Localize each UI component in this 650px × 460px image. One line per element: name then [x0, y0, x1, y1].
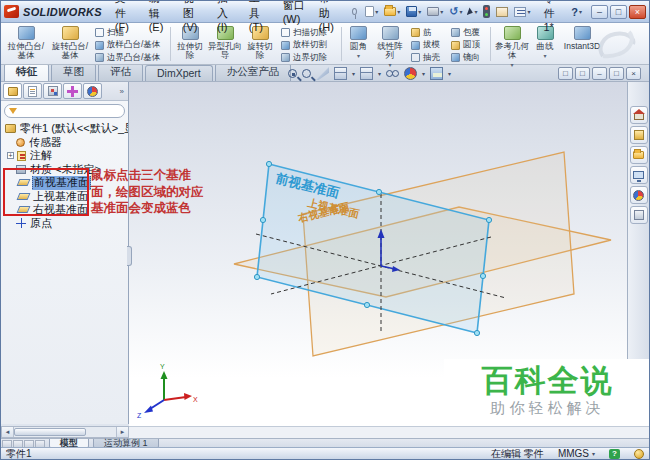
minimize-button[interactable]: –	[591, 5, 608, 19]
tab-features[interactable]: 特征	[4, 63, 49, 81]
doc-restore-button[interactable]: □	[558, 67, 573, 80]
rib-button[interactable]: 筋	[409, 27, 447, 38]
save-button[interactable]: ▾	[404, 5, 423, 18]
select-button[interactable]: ▾	[466, 7, 479, 17]
propertymanager-tab[interactable]	[23, 83, 42, 99]
draft-button[interactable]: 拔模	[409, 40, 447, 51]
filter-funnel-icon	[9, 108, 17, 114]
taskpane-file-explorer-button[interactable]	[630, 146, 648, 164]
save-icon	[406, 6, 417, 17]
panel-splitter-handle[interactable]	[127, 246, 132, 266]
panel-tab-bar: »	[1, 82, 128, 101]
help-button[interactable]: ?▾	[569, 5, 584, 19]
menu-window[interactable]: 窗口(W)	[277, 0, 312, 27]
origin-icon	[16, 218, 26, 228]
units-dropdown[interactable]: MMGS ▾	[558, 448, 595, 459]
maximize-button[interactable]: □	[610, 5, 627, 19]
caret-down-icon: ▾	[474, 9, 477, 15]
pin-icon[interactable]	[352, 8, 357, 15]
mirror-button[interactable]: 镜向	[449, 52, 487, 63]
button-label: 曲线	[537, 41, 554, 51]
status-help-icon[interactable]: ?	[609, 449, 620, 459]
doc-tile-button[interactable]: □	[575, 67, 590, 80]
shell-button[interactable]: 抽壳	[409, 52, 447, 63]
menu-file[interactable]: 文件(F)	[109, 0, 142, 35]
reference-triad: Y X Z	[137, 363, 198, 419]
menu-insert[interactable]: 插入(I)	[211, 0, 242, 35]
wrap-button[interactable]: 包覆	[449, 27, 487, 38]
menu-edit[interactable]: 编辑(E)	[143, 0, 176, 35]
extruded-boss-button[interactable]: 拉伸凸台/基体	[5, 25, 47, 63]
print-button[interactable]: ▾	[425, 6, 445, 17]
display-style-icon[interactable]	[360, 67, 373, 80]
options-button[interactable]	[494, 6, 510, 18]
quick-access-toolbar: ▾ ▾ ▾ ▾ ↺▾ ▾ ▾	[363, 4, 532, 19]
lofted-boss-button[interactable]: 放样凸台/基体	[93, 40, 167, 51]
configurationmanager-tab[interactable]	[43, 83, 62, 99]
featuremanager-tab[interactable]	[3, 83, 22, 99]
taskpane-appearances-button[interactable]	[630, 186, 648, 204]
menu-tools[interactable]: 工具(T)	[243, 0, 276, 35]
taskpane-design-library-button[interactable]	[630, 126, 648, 144]
tree-item-origin[interactable]: 原点	[1, 217, 128, 231]
scroll-left-button[interactable]: ◄	[2, 427, 14, 437]
open-button[interactable]: ▾	[382, 6, 402, 17]
caret-down-icon: ▾	[418, 9, 421, 15]
chevron-more-icon[interactable]: »	[120, 87, 126, 96]
edit-appearance-icon[interactable]	[404, 67, 417, 80]
expand-plus-icon[interactable]: +	[7, 152, 14, 159]
reference-geometry-button[interactable]: 参考几何体 ▾	[494, 25, 530, 63]
doc-minimize-button[interactable]: –	[592, 67, 607, 80]
filter-input[interactable]	[20, 106, 110, 116]
dimxpertmanager-tab[interactable]	[63, 83, 82, 99]
doc-close-button[interactable]: ×	[626, 67, 641, 80]
file-properties-button[interactable]: ▾	[512, 6, 532, 18]
caret-down-icon[interactable]: ▾	[352, 71, 355, 77]
undo-icon: ↺	[449, 6, 458, 17]
menu-help[interactable]: 帮助(H)	[313, 0, 347, 35]
heads-up-view-toolbar: ▾ ▾ ▾ ▾	[288, 67, 451, 80]
caret-down-icon[interactable]: ▾	[422, 71, 425, 77]
tree-item-sensors[interactable]: 传感器	[1, 136, 128, 150]
tutorial-highlight-box	[3, 168, 89, 216]
tab-dimxpert[interactable]: DimXpert	[145, 65, 213, 81]
caret-down-icon[interactable]: ▾	[378, 71, 381, 77]
undo-button[interactable]: ↺▾	[447, 5, 464, 18]
revolved-boss-button[interactable]: 旋转凸台/基体	[49, 25, 91, 63]
configurationmanager-tab-icon	[48, 86, 58, 96]
hide-show-items-icon[interactable]	[386, 67, 399, 80]
boundary-cut-button[interactable]: 边界切除	[279, 52, 337, 63]
linear-pattern-button[interactable]: 线性阵列 ▾	[374, 25, 406, 63]
boundary-boss-button[interactable]: 边界凸台/基体	[93, 52, 167, 63]
apply-scene-icon[interactable]	[430, 67, 443, 80]
fillet-button[interactable]: 圆角 ▾	[345, 25, 372, 63]
scroll-right-button[interactable]: ►	[116, 427, 128, 437]
taskpane-view-palette-button[interactable]	[630, 166, 648, 184]
close-button[interactable]: ×	[629, 5, 646, 19]
tree-item-annotations[interactable]: + 注解	[1, 149, 128, 163]
lofted-cut-button[interactable]: 放样切割	[279, 40, 337, 51]
taskpane-custom-properties-button[interactable]	[630, 206, 648, 224]
displaymanager-tab[interactable]	[83, 83, 102, 99]
doc-maximize-button[interactable]: □	[609, 67, 624, 80]
button-label: 旋转凸台/基体	[52, 41, 88, 60]
tab-office-products[interactable]: 办公室产品	[215, 63, 292, 81]
status-tag-icon[interactable]	[634, 449, 644, 459]
tab-sketch[interactable]: 草图	[51, 63, 96, 81]
menu-view[interactable]: 视图(V)	[177, 0, 210, 35]
zoom-to-fit-icon[interactable]	[288, 69, 297, 78]
tab-evaluate[interactable]: 评估	[98, 63, 143, 81]
scrollbar-track[interactable]	[86, 427, 116, 437]
scrollbar-thumb[interactable]	[14, 428, 86, 436]
tree-filter-box	[4, 104, 125, 118]
section-view-icon[interactable]	[316, 67, 329, 80]
new-document-button[interactable]: ▾	[363, 5, 380, 18]
zoom-to-area-icon[interactable]	[302, 69, 311, 78]
dome-button[interactable]: 圆顶	[449, 40, 487, 51]
taskpane-home-button[interactable]	[630, 106, 648, 124]
button-label: 拉伸切除	[177, 41, 203, 60]
view-orientation-icon[interactable]	[334, 67, 347, 80]
tree-root[interactable]: 零件1 (默认<<默认>_显示状态	[1, 122, 128, 136]
caret-down-icon[interactable]: ▾	[448, 71, 451, 77]
rebuild-button[interactable]	[481, 4, 492, 19]
